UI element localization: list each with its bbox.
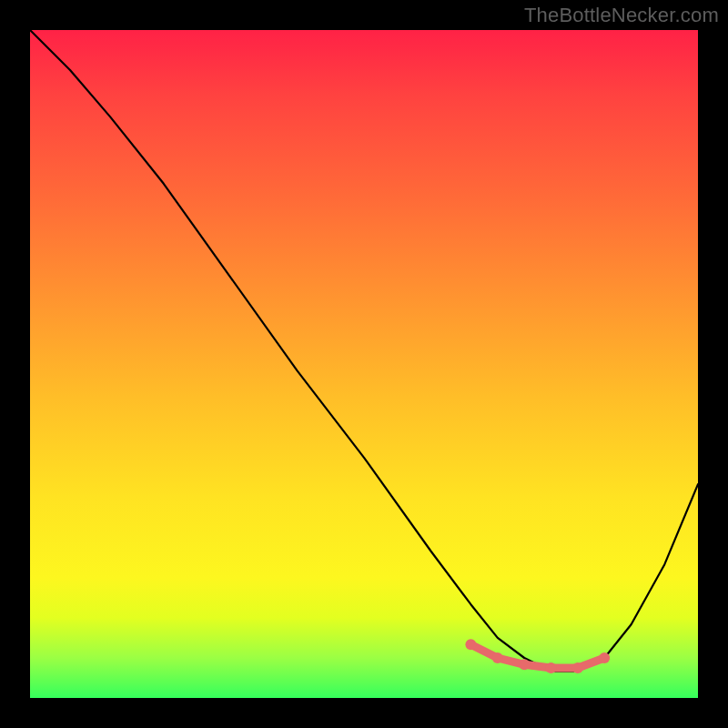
bottleneck-curve-line — [30, 30, 698, 672]
marker-dot — [519, 659, 530, 670]
watermark-label: TheBottleNecker.com — [524, 4, 719, 27]
marker-dot — [599, 652, 610, 663]
marker-dot — [572, 662, 583, 673]
marker-dot — [465, 639, 476, 650]
marker-dot — [546, 662, 557, 673]
optimal-range-highlight — [470, 644, 604, 668]
chart-svg — [30, 30, 698, 698]
plot-area — [30, 30, 698, 698]
chart-container: TheBottleNecker.com — [0, 0, 728, 728]
marker-dot — [492, 652, 503, 663]
